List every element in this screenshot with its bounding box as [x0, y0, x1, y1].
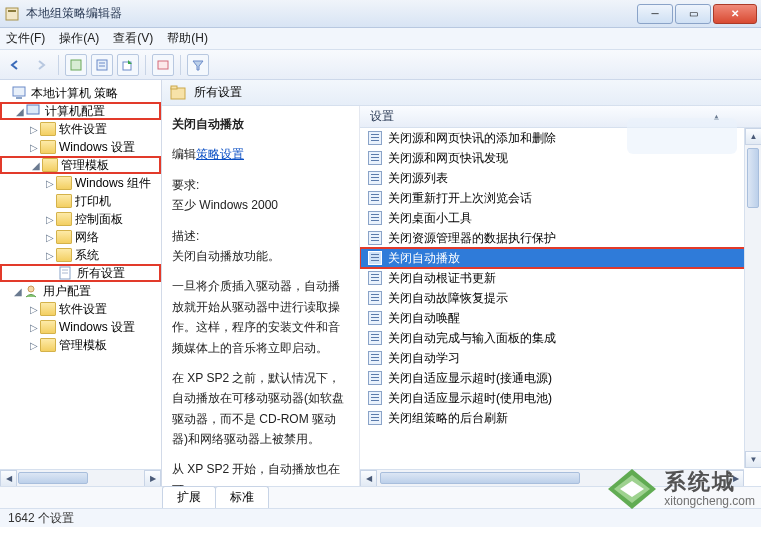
- tree-admin-templates[interactable]: ◢管理模板: [0, 156, 161, 174]
- policy-icon: [368, 391, 382, 405]
- list-row-label: 关闭桌面小工具: [388, 210, 472, 227]
- svg-rect-2: [71, 60, 81, 70]
- tree-user-admin[interactable]: ▷管理模板: [0, 336, 161, 354]
- svg-rect-10: [27, 105, 39, 114]
- list-scrollbar-v[interactable]: ▲ ▼: [744, 128, 761, 468]
- menu-file[interactable]: 文件(F): [6, 30, 45, 47]
- tree-network[interactable]: ▷网络: [0, 228, 161, 246]
- list-row[interactable]: 关闭自动完成与输入面板的集成: [360, 328, 761, 348]
- list-row-label: 关闭自动唤醒: [388, 310, 460, 327]
- description-pane: 关闭自动播放 编辑策略设置 要求: 至少 Windows 2000 描述: 关闭…: [162, 106, 360, 486]
- menu-bar: 文件(F) 操作(A) 查看(V) 帮助(H): [0, 28, 761, 50]
- tree-win-components[interactable]: ▷Windows 组件: [0, 174, 161, 192]
- title-bar: 本地组策略编辑器 ─ ▭ ✕: [0, 0, 761, 28]
- list-row-label: 关闭自动播放: [388, 250, 460, 267]
- toolbar-btn-1[interactable]: [65, 54, 87, 76]
- tree-all-settings[interactable]: 所有设置: [0, 264, 161, 282]
- tab-extended[interactable]: 扩展: [162, 486, 216, 508]
- list-row[interactable]: 关闭自动故障恢复提示: [360, 288, 761, 308]
- menu-help[interactable]: 帮助(H): [167, 30, 208, 47]
- policy-icon: [368, 251, 382, 265]
- list-row-label: 关闭自动完成与输入面板的集成: [388, 330, 556, 347]
- watermark: 系统城 xitongcheng.com: [606, 467, 755, 511]
- tree-user-software[interactable]: ▷软件设置: [0, 300, 161, 318]
- list-row[interactable]: 关闭资源管理器的数据执行保护: [360, 228, 761, 248]
- list-row-label: 关闭源和网页快讯的添加和删除: [388, 130, 556, 147]
- list-row[interactable]: 关闭自动根证书更新: [360, 268, 761, 288]
- redaction-smudge: [627, 118, 737, 154]
- tree-root[interactable]: 本地计算机 策略: [0, 84, 161, 102]
- svg-rect-1: [8, 10, 16, 12]
- toolbar-btn-4[interactable]: [152, 54, 174, 76]
- list-row[interactable]: 关闭自动学习: [360, 348, 761, 368]
- toolbar: [0, 50, 761, 80]
- list-row-label: 关闭资源管理器的数据执行保护: [388, 230, 556, 247]
- settings-list-pane: 设置 ▲ 关闭源和网页快讯的添加和删除关闭源和网页快讯发现关闭源列表关闭重新打开…: [360, 106, 761, 486]
- folder-icon: [170, 85, 188, 101]
- svg-point-14: [28, 286, 34, 292]
- tree-user-config[interactable]: ◢用户配置: [0, 282, 161, 300]
- list-row-label: 关闭自动学习: [388, 350, 460, 367]
- tree-windows-settings[interactable]: ▷Windows 设置: [0, 138, 161, 156]
- menu-action[interactable]: 操作(A): [59, 30, 99, 47]
- app-icon: [4, 6, 20, 22]
- tree-user-windows[interactable]: ▷Windows 设置: [0, 318, 161, 336]
- back-button[interactable]: [4, 54, 26, 76]
- maximize-button[interactable]: ▭: [675, 4, 711, 24]
- tree-software-settings[interactable]: ▷软件设置: [0, 120, 161, 138]
- watermark-en: xitongcheng.com: [664, 495, 755, 508]
- policy-icon: [368, 191, 382, 205]
- list-row[interactable]: 关闭自动播放: [360, 248, 761, 268]
- policy-icon: [368, 411, 382, 425]
- desc-paragraph-3: 从 XP SP2 开始，自动播放也在可: [172, 459, 349, 486]
- list-row[interactable]: 关闭自适应显示超时(接通电源): [360, 368, 761, 388]
- edit-policy-link[interactable]: 策略设置: [196, 147, 244, 161]
- desc-paragraph-2: 在 XP SP2 之前，默认情况下，自动播放在可移动驱动器(如软盘驱动器，而不是…: [172, 368, 349, 450]
- list-row-label: 关闭自动根证书更新: [388, 270, 496, 287]
- menu-view[interactable]: 查看(V): [113, 30, 153, 47]
- tree-computer-config[interactable]: ◢计算机配置: [0, 102, 161, 120]
- policy-icon: [368, 211, 382, 225]
- window-title: 本地组策略编辑器: [26, 5, 637, 22]
- policy-icon: [368, 291, 382, 305]
- req-label: 要求:: [172, 175, 349, 195]
- svg-rect-3: [97, 60, 107, 70]
- desc-paragraph-1: 一旦将介质插入驱动器，自动播放就开始从驱动器中进行读取操作。这样，程序的安装文件…: [172, 276, 349, 358]
- list-row[interactable]: 关闭自动唤醒: [360, 308, 761, 328]
- desc-text: 关闭自动播放功能。: [172, 246, 349, 266]
- svg-rect-9: [16, 97, 22, 99]
- tree-scrollbar-h[interactable]: ◀ ▶: [0, 469, 161, 486]
- edit-label: 编辑: [172, 147, 196, 161]
- policy-icon: [368, 351, 382, 365]
- tree-system[interactable]: ▷系统: [0, 246, 161, 264]
- right-header: 所有设置: [162, 80, 761, 106]
- policy-icon: [368, 371, 382, 385]
- forward-button[interactable]: [30, 54, 52, 76]
- list-row-label: 关闭源列表: [388, 170, 448, 187]
- toolbar-btn-2[interactable]: [91, 54, 113, 76]
- filter-button[interactable]: [187, 54, 209, 76]
- list-row[interactable]: 关闭组策略的后台刷新: [360, 408, 761, 428]
- desc-label: 描述:: [172, 226, 349, 246]
- list-row-label: 关闭自适应显示超时(接通电源): [388, 370, 552, 387]
- list-row[interactable]: 关闭自适应显示超时(使用电池): [360, 388, 761, 408]
- policy-icon: [368, 331, 382, 345]
- list-row[interactable]: 关闭重新打开上次浏览会话: [360, 188, 761, 208]
- list-row[interactable]: 关闭源列表: [360, 168, 761, 188]
- watermark-logo-icon: [606, 467, 658, 511]
- policy-icon: [368, 151, 382, 165]
- minimize-button[interactable]: ─: [637, 4, 673, 24]
- toolbar-export-button[interactable]: [117, 54, 139, 76]
- list-row[interactable]: 关闭桌面小工具: [360, 208, 761, 228]
- svg-rect-15: [171, 88, 185, 99]
- list-row-label: 关闭自适应显示超时(使用电池): [388, 390, 552, 407]
- list-row-label: 关闭源和网页快讯发现: [388, 150, 508, 167]
- tree-control-panel[interactable]: ▷控制面板: [0, 210, 161, 228]
- tree-printer[interactable]: 打印机: [0, 192, 161, 210]
- tree-pane: 本地计算机 策略 ◢计算机配置 ▷软件设置 ▷Windows 设置 ◢管理模板 …: [0, 80, 162, 486]
- policy-icon: [368, 171, 382, 185]
- svg-rect-7: [158, 61, 168, 69]
- close-button[interactable]: ✕: [713, 4, 757, 24]
- req-text: 至少 Windows 2000: [172, 195, 349, 215]
- tab-standard[interactable]: 标准: [215, 486, 269, 508]
